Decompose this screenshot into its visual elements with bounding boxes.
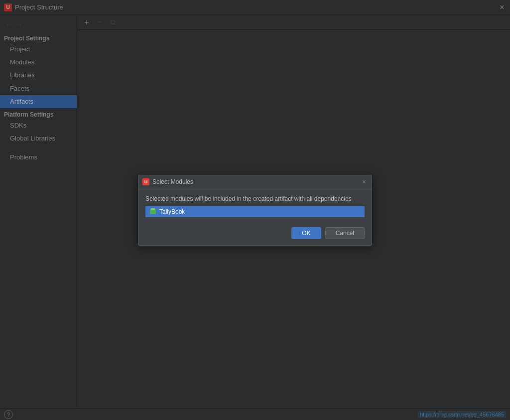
dialog-app-icon: U — [142, 178, 149, 185]
module-name: TallyBook — [159, 208, 185, 215]
cancel-button[interactable]: Cancel — [325, 227, 365, 239]
module-folder-icon — [150, 209, 156, 214]
select-modules-dialog: U Select Modules × Selected modules will… — [138, 175, 372, 246]
module-list-item[interactable]: TallyBook — [145, 206, 365, 217]
dialog-footer: OK Cancel — [138, 223, 372, 245]
dialog-close-button[interactable]: × — [361, 178, 368, 185]
dialog-title: Select Modules — [152, 178, 361, 185]
modal-overlay: U Select Modules × Selected modules will… — [0, 0, 510, 420]
dialog-titlebar: U Select Modules × — [138, 175, 372, 189]
dialog-body: Selected modules will be included in the… — [138, 189, 372, 223]
ok-button[interactable]: OK — [291, 227, 321, 239]
dialog-description: Selected modules will be included in the… — [145, 195, 365, 202]
module-icon — [149, 208, 156, 215]
